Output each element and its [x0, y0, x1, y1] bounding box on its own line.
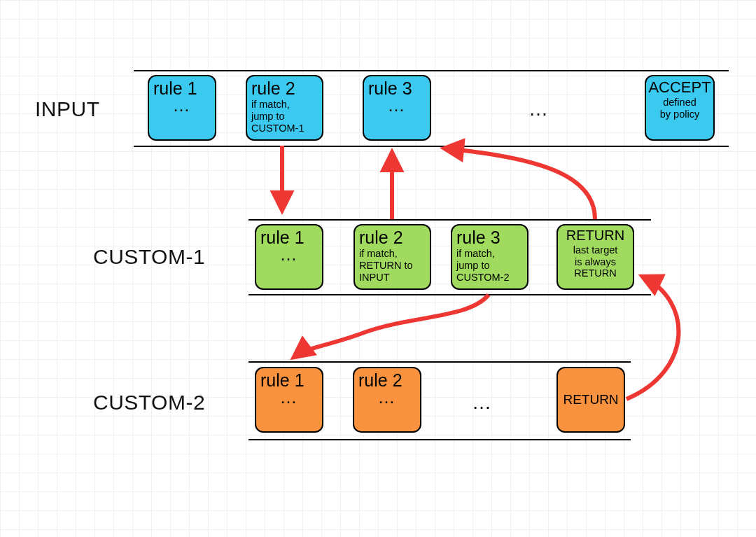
- chain-label-custom2: CUSTOM-2: [93, 391, 205, 414]
- return-box-c1: RETURN last targetis alwaysRETURN: [556, 224, 634, 290]
- track-line: [134, 70, 729, 71]
- rule-box-c1-2: rule 2 if match,RETURN toINPUT: [354, 224, 431, 290]
- accept-box: ACCEPT definedby policy: [645, 75, 715, 141]
- rule-box-input-1: rule 1 …: [148, 75, 216, 141]
- rule-sub: if match,jump toCUSTOM-1: [251, 99, 304, 134]
- ellipsis-icon: …: [153, 96, 211, 114]
- rule-title: rule 3: [456, 228, 500, 246]
- rule-sub: definedby policy: [660, 97, 699, 120]
- track-line: [248, 361, 631, 363]
- ellipsis-icon: …: [358, 388, 416, 406]
- ellipsis-icon: …: [528, 98, 550, 120]
- rule-title: rule 2: [251, 79, 295, 97]
- ellipsis-icon: …: [368, 96, 426, 114]
- return-box-c2: RETURN: [556, 367, 625, 433]
- rule-title: RETURN: [566, 228, 624, 243]
- track-line: [248, 439, 631, 440]
- rule-box-c1-3: rule 3 if match,jump toCUSTOM-2: [451, 224, 528, 290]
- rule-box-c1-1: rule 1 …: [255, 224, 323, 290]
- rule-box-c2-1: rule 1 …: [255, 367, 323, 433]
- ellipsis-icon: …: [260, 245, 318, 263]
- chain-label-input: INPUT: [35, 97, 100, 121]
- rule-box-input-3: rule 3 …: [363, 75, 431, 141]
- rule-sub: last targetis alwaysRETURN: [573, 244, 618, 279]
- rule-box-input-2: rule 2 if match,jump toCUSTOM-1: [246, 75, 323, 141]
- chain-label-custom1: CUSTOM-1: [93, 245, 205, 269]
- track-line: [248, 294, 651, 295]
- track-line: [248, 219, 651, 221]
- arrow-c1-end-return: [444, 148, 595, 219]
- rule-box-c2-2: rule 2 …: [353, 367, 421, 433]
- diagram-stage: INPUT CUSTOM-1 CUSTOM-2 rule 1 … rule 2 …: [0, 0, 756, 537]
- track-line: [134, 146, 729, 147]
- rule-sub: if match,RETURN toINPUT: [359, 248, 413, 283]
- rule-title: RETURN: [563, 393, 618, 407]
- ellipsis-icon: …: [472, 391, 493, 414]
- rule-title: rule 2: [359, 228, 403, 246]
- ellipsis-icon: …: [260, 388, 318, 406]
- rule-title: ACCEPT: [648, 79, 710, 95]
- arrow-c1-to-c2: [294, 295, 489, 357]
- rule-sub: if match,jump toCUSTOM-2: [456, 248, 509, 283]
